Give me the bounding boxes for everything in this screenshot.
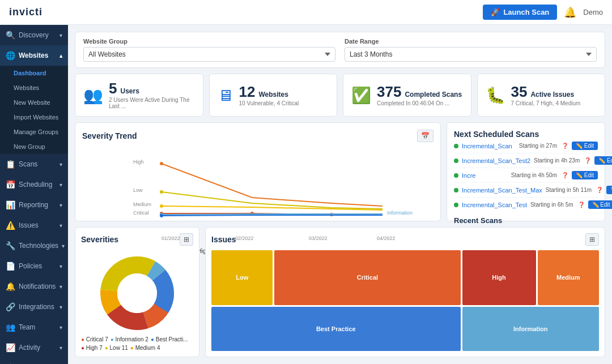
launch-scan-button[interactable]: 🚀 Launch Scan [483, 5, 557, 20]
chevron-down-icon: ▾ [60, 304, 62, 310]
svg-point-14 [160, 190, 163, 194]
websites-icon: 🌐 [6, 51, 15, 60]
sidebar-item-scans[interactable]: 📋 Scans ▾ [0, 154, 68, 174]
sidebar-item-policies[interactable]: 📄 Policies ▾ [0, 256, 68, 276]
svg-point-16 [160, 214, 163, 217]
sidebar-sub-item-manage-groups[interactable]: Manage Groups [0, 125, 68, 139]
users-label: Users [120, 87, 139, 95]
sidebar-item-issues[interactable]: ⚠️ Issues ▾ [0, 215, 68, 235]
sidebar-item-label: Notifications [19, 282, 56, 290]
scheduled-scan-row: Incremental_Scan_Test Starting in 6h 5m … [454, 198, 598, 212]
sidebar-item-activity[interactable]: 📈 Activity ▾ [0, 337, 68, 358]
scheduled-scan-row: Incre Starting in 4h 50m ❓ ✏️ Edit [454, 168, 598, 183]
sidebar-item-discovery[interactable]: 🔍 Discovery ▾ [0, 25, 68, 45]
sidebar-item-reporting[interactable]: 📊 Reporting ▾ [0, 195, 68, 215]
edit-scan-button[interactable]: ✏️ Edit [588, 200, 612, 209]
scan-help-icon[interactable]: ❓ [596, 187, 603, 193]
bottom-row: Severities ⊞ [75, 227, 605, 357]
treemap-bestpractice[interactable]: Best Practice [211, 307, 461, 351]
treemap-low[interactable]: Low [211, 250, 273, 305]
sidebar-item-notifications[interactable]: 🔔 Notifications ▾ [0, 276, 68, 297]
scan-help-icon[interactable]: ❓ [562, 143, 568, 149]
issues-grid-button[interactable]: ⊞ [585, 233, 599, 246]
sidebar-sub-item-websites[interactable]: Websites [0, 80, 68, 95]
edit-scan-button[interactable]: ✏️ Edit [572, 142, 598, 150]
sidebar-sub-item-import[interactable]: Import Websites [0, 110, 68, 125]
websites-label: Websites [258, 91, 288, 99]
scan-help-icon[interactable]: ❓ [562, 172, 568, 178]
sidebar-item-team[interactable]: 👥 Team ▾ [0, 317, 68, 337]
svg-point-12 [160, 162, 163, 165]
chart-panel-header: Severity Trend 📅 [82, 130, 434, 142]
recent-scans-title: Recent Scans [454, 216, 598, 225]
svg-text:Low: Low [133, 187, 143, 193]
low-legend-pie: ● Low 11 [105, 345, 128, 351]
scan-status-dot [454, 144, 458, 148]
stat-info: 12 Websites 10 Vulnerable, 4 Critical [239, 84, 299, 106]
logo: invicti [9, 6, 42, 18]
svg-text:High: High [133, 159, 144, 165]
svg-text:Medium: Medium [133, 202, 151, 207]
date-range-select[interactable]: Last 3 Months [345, 47, 597, 62]
sidebar-item-label: Scheduling [19, 181, 52, 189]
treemap-critical[interactable]: Critical [274, 250, 460, 305]
stat-info: 35 Active Issues 7 Critical, 7 High, 4 M… [511, 84, 581, 106]
stat-cards: 👥 5 Users 2 Users Were Active During The… [75, 74, 605, 117]
next-scheduled-scans-panel: Next Scheduled Scans Incremental_Scan St… [447, 122, 605, 221]
sidebar-item-scheduling[interactable]: 📅 Scheduling ▾ [0, 174, 68, 195]
pie-chart-svg [97, 254, 177, 333]
edit-scan-button[interactable]: ✏️ Edit [606, 186, 612, 194]
header-actions: 🚀 Launch Scan 🔔 Demo [483, 5, 603, 20]
treemap-information[interactable]: Information [462, 307, 599, 351]
scan-help-icon[interactable]: ❓ [578, 202, 585, 208]
edit-scan-button[interactable]: ✏️ Edit [572, 171, 598, 179]
scan-name[interactable]: Incre [462, 172, 508, 179]
svg-text:04/2022: 04/2022 [377, 235, 396, 241]
stat-card-websites: 🖥 12 Websites 10 Vulnerable, 4 Critical [209, 74, 338, 117]
chart-calendar-button[interactable]: 📅 [417, 130, 434, 142]
sidebar-item-label: Policies [19, 262, 42, 270]
scheduled-scan-row: Incremental_Scan_Test2 Starting in 4h 23… [454, 153, 598, 168]
sidebar-sub-item-new-group[interactable]: New Group [0, 139, 68, 154]
users-count: 5 [109, 81, 117, 96]
chevron-up-icon: ▴ [60, 53, 62, 59]
sidebar-sub-item-new-website[interactable]: New Website [0, 95, 68, 110]
notification-icon[interactable]: 🔔 [564, 6, 576, 19]
scan-name[interactable]: Incremental_Scan_Test [462, 202, 527, 208]
chevron-down-icon: ▾ [62, 243, 65, 249]
sidebar-item-websites[interactable]: 🌐 Websites ▴ [0, 45, 68, 66]
treemap-high[interactable]: High [462, 250, 536, 305]
scan-name[interactable]: Incremental_Scan_Test_Max [462, 187, 542, 194]
treemap-medium[interactable]: Medium [538, 250, 599, 305]
issues-panel: Issues ⊞ Low Critical High Medium Best P… [205, 227, 605, 357]
date-range-filter: Date Range Last 3 Months [345, 38, 597, 62]
severities-panel: Severities ⊞ [75, 227, 199, 357]
medium-legend-pie: ● Medium 4 [130, 345, 160, 351]
website-group-select[interactable]: All Websites [83, 47, 335, 62]
websites-count: 12 [239, 84, 256, 99]
svg-text:Information: Information [387, 210, 413, 216]
chart-title: Severity Trend [82, 131, 137, 140]
chevron-down-icon: ▾ [60, 284, 62, 290]
svg-point-23 [117, 273, 157, 313]
sidebar-item-label: Technologies [19, 242, 58, 250]
sidebar-item-integrations[interactable]: 🔗 Integrations ▾ [0, 297, 68, 317]
scheduling-icon: 📅 [6, 180, 15, 189]
chevron-down-icon: ▾ [60, 263, 62, 269]
sidebar-sub-item-dashboard[interactable]: Dashboard [0, 66, 68, 80]
scan-help-icon[interactable]: ❓ [584, 157, 591, 164]
bestpractice-legend-pie: ● Best Practi... [151, 336, 188, 342]
filter-bar: Website Group All Websites Date Range La… [75, 32, 605, 68]
user-label[interactable]: Demo [583, 8, 603, 16]
scans-sub: Completed In 00:46:04 On ... [377, 100, 462, 106]
scans-label: Completed Scans [405, 91, 462, 99]
scan-name[interactable]: Incremental_Scan [462, 143, 516, 149]
edit-scan-button[interactable]: ✏️ Edit [594, 156, 612, 165]
sidebar: 🔍 Discovery ▾ 🌐 Websites ▴ Dashboard Web… [0, 25, 68, 364]
header: invicti 🚀 Launch Scan 🔔 Demo [0, 0, 612, 25]
scan-name[interactable]: Incremental_Scan_Test2 [462, 157, 530, 164]
sidebar-item-technologies[interactable]: 🔧 Technologies ▾ [0, 235, 68, 256]
stat-card-issues: 🐛 35 Active Issues 7 Critical, 7 High, 4… [477, 74, 606, 117]
sidebar-item-agents[interactable]: 🤖 Agents ▾ [0, 358, 68, 364]
treemap: Low Critical High Medium Best Practice I… [211, 250, 599, 351]
